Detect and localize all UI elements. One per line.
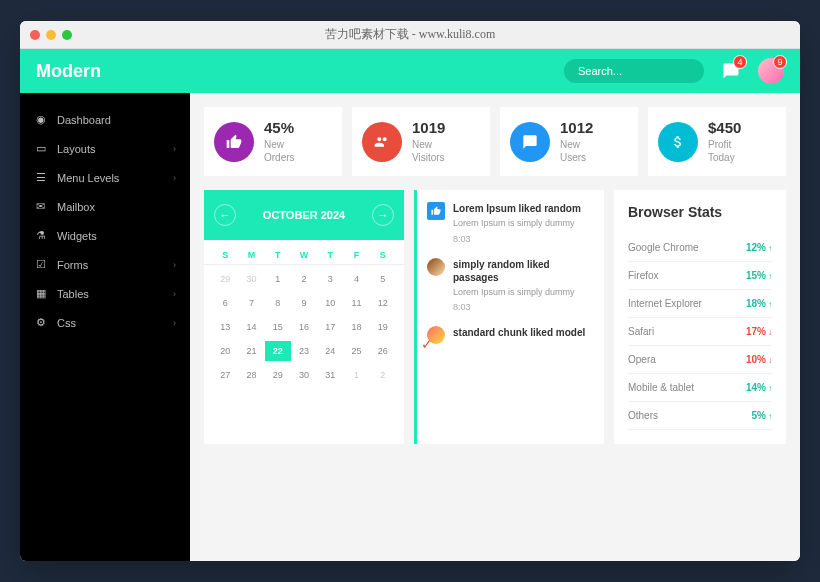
cal-cell[interactable]: 16 bbox=[291, 317, 317, 337]
sidebar-item-menu-levels[interactable]: ☰Menu Levels› bbox=[20, 163, 190, 192]
cal-cell[interactable]: 28 bbox=[238, 365, 264, 385]
cal-cell[interactable]: 1 bbox=[343, 365, 369, 385]
cal-cell[interactable]: 24 bbox=[317, 341, 343, 361]
tables-icon: ▦ bbox=[34, 287, 47, 300]
chat-icon[interactable]: 4 bbox=[718, 58, 744, 84]
cal-cell[interactable]: 30 bbox=[291, 365, 317, 385]
cal-cell[interactable]: 3 bbox=[317, 269, 343, 289]
cal-day-header: M bbox=[238, 250, 264, 260]
cal-cell[interactable]: 30 bbox=[238, 269, 264, 289]
cal-cell[interactable]: 2 bbox=[291, 269, 317, 289]
sidebar-item-widgets[interactable]: ⚗Widgets bbox=[20, 221, 190, 250]
layouts-icon: ▭ bbox=[34, 142, 47, 155]
stat-card-3: $450ProfitToday bbox=[648, 107, 786, 176]
browser-stat-row: Mobile & tablet14%↑ bbox=[628, 374, 772, 402]
forms-icon: ☑ bbox=[34, 258, 47, 271]
stat-icon bbox=[362, 122, 402, 162]
search-input[interactable]: Search... bbox=[564, 59, 704, 83]
cal-cell[interactable]: 23 bbox=[291, 341, 317, 361]
feed-item[interactable]: ✓standard chunk liked model bbox=[427, 326, 594, 344]
sidebar: ◉Dashboard▭Layouts›☰Menu Levels›✉Mailbox… bbox=[20, 93, 190, 561]
activity-feed: Lorem Ipsum liked randomLorem Ipsum is s… bbox=[414, 190, 604, 444]
sidebar-item-tables[interactable]: ▦Tables› bbox=[20, 279, 190, 308]
calendar: ← OCTOBER 2024 → SMTWTFS 293012345678910… bbox=[204, 190, 404, 444]
cal-cell[interactable]: 19 bbox=[370, 317, 396, 337]
cal-cell[interactable]: 20 bbox=[212, 341, 238, 361]
cal-next[interactable]: → bbox=[372, 204, 394, 226]
cal-cell[interactable]: 18 bbox=[343, 317, 369, 337]
cal-cell[interactable]: 13 bbox=[212, 317, 238, 337]
cal-cell[interactable]: 2 bbox=[370, 365, 396, 385]
cal-day-header: S bbox=[370, 250, 396, 260]
stat-icon bbox=[214, 122, 254, 162]
chevron-right-icon: › bbox=[173, 144, 176, 154]
cal-cell[interactable]: 27 bbox=[212, 365, 238, 385]
thumb-icon bbox=[427, 202, 445, 220]
app-window: 苦力吧素材下载 - www.kuli8.com Modern Search...… bbox=[20, 21, 800, 561]
stat-card-1: 1019NewVisitors bbox=[352, 107, 490, 176]
widget-icon: ⚗ bbox=[34, 229, 47, 242]
cal-cell[interactable]: 31 bbox=[317, 365, 343, 385]
cal-cell[interactable]: 22 bbox=[265, 341, 291, 361]
cal-cell[interactable]: 1 bbox=[265, 269, 291, 289]
browser-stat-row: Google Chrome12%↑ bbox=[628, 234, 772, 262]
sidebar-item-forms[interactable]: ☑Forms› bbox=[20, 250, 190, 279]
sidebar-item-css[interactable]: ⚙Css› bbox=[20, 308, 190, 337]
chevron-right-icon: › bbox=[173, 260, 176, 270]
browser-stat-row: Safari17%↓ bbox=[628, 318, 772, 346]
notif-badge: 4 bbox=[733, 55, 747, 69]
browser-stats-title: Browser Stats bbox=[628, 204, 772, 220]
maximize-dot[interactable] bbox=[62, 30, 72, 40]
cal-cell[interactable]: 29 bbox=[265, 365, 291, 385]
sidebar-item-layouts[interactable]: ▭Layouts› bbox=[20, 134, 190, 163]
browser-stat-row: Firefox15%↑ bbox=[628, 262, 772, 290]
cal-cell[interactable]: 25 bbox=[343, 341, 369, 361]
css-icon: ⚙ bbox=[34, 316, 47, 329]
sidebar-label: Layouts bbox=[57, 143, 96, 155]
mail-icon: ✉ bbox=[34, 200, 47, 213]
stat-card-0: 45%NewOrders bbox=[204, 107, 342, 176]
sidebar-item-dashboard[interactable]: ◉Dashboard bbox=[20, 105, 190, 134]
cal-cell[interactable]: 15 bbox=[265, 317, 291, 337]
chevron-right-icon: › bbox=[173, 289, 176, 299]
cal-cell[interactable]: 26 bbox=[370, 341, 396, 361]
cal-cell[interactable]: 9 bbox=[291, 293, 317, 313]
browser-stat-row: Internet Explorer18%↑ bbox=[628, 290, 772, 318]
sidebar-label: Forms bbox=[57, 259, 88, 271]
cal-title: OCTOBER 2024 bbox=[263, 209, 345, 221]
cal-cell[interactable]: 11 bbox=[343, 293, 369, 313]
cal-cell[interactable]: 4 bbox=[343, 269, 369, 289]
stat-card-2: 1012NewUsers bbox=[500, 107, 638, 176]
sidebar-label: Menu Levels bbox=[57, 172, 119, 184]
avatar-icon bbox=[427, 258, 445, 276]
feed-item[interactable]: simply random liked passagesLorem Ipsum … bbox=[427, 258, 594, 313]
cal-cell[interactable]: 7 bbox=[238, 293, 264, 313]
cal-cell[interactable]: 21 bbox=[238, 341, 264, 361]
browser-stat-row: Others5%↑ bbox=[628, 402, 772, 430]
sidebar-label: Tables bbox=[57, 288, 89, 300]
cal-cell[interactable]: 6 bbox=[212, 293, 238, 313]
stat-icon bbox=[510, 122, 550, 162]
brand: Modern bbox=[36, 61, 101, 82]
cal-cell[interactable]: 29 bbox=[212, 269, 238, 289]
sidebar-item-mailbox[interactable]: ✉Mailbox bbox=[20, 192, 190, 221]
cal-cell[interactable]: 8 bbox=[265, 293, 291, 313]
cal-cell[interactable]: 17 bbox=[317, 317, 343, 337]
cal-cell[interactable]: 14 bbox=[238, 317, 264, 337]
browser-stats: Browser Stats Google Chrome12%↑Firefox15… bbox=[614, 190, 786, 444]
sidebar-label: Dashboard bbox=[57, 114, 111, 126]
chevron-right-icon: › bbox=[173, 173, 176, 183]
cal-day-header: W bbox=[291, 250, 317, 260]
feed-item[interactable]: Lorem Ipsum liked randomLorem Ipsum is s… bbox=[427, 202, 594, 244]
cal-day-header: T bbox=[317, 250, 343, 260]
cal-cell[interactable]: 5 bbox=[370, 269, 396, 289]
dashboard-icon: ◉ bbox=[34, 113, 47, 126]
menu-icon: ☰ bbox=[34, 171, 47, 184]
cal-cell[interactable]: 12 bbox=[370, 293, 396, 313]
user-avatar[interactable]: 9 bbox=[758, 58, 784, 84]
sidebar-label: Mailbox bbox=[57, 201, 95, 213]
close-dot[interactable] bbox=[30, 30, 40, 40]
cal-cell[interactable]: 10 bbox=[317, 293, 343, 313]
minimize-dot[interactable] bbox=[46, 30, 56, 40]
cal-prev[interactable]: ← bbox=[214, 204, 236, 226]
